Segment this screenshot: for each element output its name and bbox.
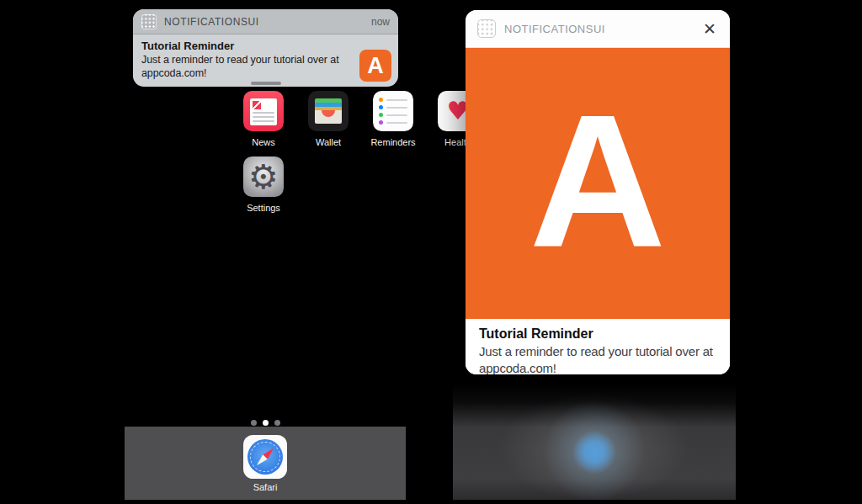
page-dot-0	[251, 420, 257, 426]
notification-title: Tutorial Reminder	[141, 40, 358, 52]
notification-message: Just a reminder to read your tutorial ov…	[141, 53, 358, 80]
compass-icon	[247, 439, 283, 475]
app-safari[interactable]: Safari	[238, 435, 292, 492]
expanded-notification-message: Just a reminder to read your tutorial ov…	[479, 343, 716, 374]
app-label-wallet: Wallet	[301, 137, 355, 147]
app-settings[interactable]: ⚙ Settings	[237, 157, 290, 213]
wallet-cards-shape	[315, 98, 342, 124]
banner-app-name: NOTIFICATIONSUI	[164, 16, 259, 28]
app-news[interactable]: News	[237, 91, 290, 147]
safari-app-icon	[243, 435, 287, 479]
dock: Safari	[125, 427, 406, 500]
app-label-reminders: Reminders	[366, 137, 420, 147]
blurred-dock-background	[453, 384, 736, 500]
gear-icon: ⚙	[248, 160, 279, 194]
news-logo-glyph	[253, 101, 261, 109]
settings-app-icon: ⚙	[243, 157, 284, 197]
reminders-app-icon	[373, 91, 413, 131]
expanded-card-footer: Tutorial Reminder Just a reminder to rea…	[466, 319, 730, 374]
notification-banner-header: NOTIFICATIONSUI now	[133, 9, 398, 34]
expanded-card-header: NOTIFICATIONSUI ✕	[466, 10, 730, 48]
app-reminders[interactable]: Reminders	[366, 91, 420, 147]
page-dots[interactable]	[125, 420, 406, 426]
wallet-app-icon	[308, 91, 349, 131]
appcoda-hero-image: A	[466, 48, 730, 319]
drag-handle[interactable]	[251, 82, 281, 85]
notificationsui-app-icon	[141, 14, 157, 29]
screenshot-canvas: NOTIFICATIONSUI now Tutorial Reminder Ju…	[0, 0, 862, 504]
notification-banner-body: Tutorial Reminder Just a reminder to rea…	[133, 34, 398, 86]
appcoda-letter: A	[367, 55, 384, 77]
page-dot-2	[274, 420, 280, 426]
close-button[interactable]: ✕	[701, 19, 718, 39]
app-label-safari: Safari	[238, 482, 292, 492]
app-wallet[interactable]: Wallet	[301, 91, 355, 147]
app-label-news: News	[237, 137, 290, 147]
page-dot-1	[263, 420, 269, 426]
home-screen-panel: NOTIFICATIONSUI now Tutorial Reminder Ju…	[125, 0, 406, 500]
notificationsui-app-icon	[477, 19, 496, 38]
app-label-settings: Settings	[237, 203, 290, 213]
expanded-app-name: NOTIFICATIONSUI	[504, 23, 605, 35]
news-app-icon	[243, 91, 284, 131]
appcoda-logo-thumbnail: A	[359, 50, 391, 82]
banner-timestamp: now	[371, 16, 390, 28]
appcoda-letter: A	[529, 87, 667, 276]
expanded-notification-title: Tutorial Reminder	[479, 326, 716, 342]
expanded-notification-card[interactable]: NOTIFICATIONSUI ✕ A Tutorial Reminder Ju…	[466, 10, 730, 374]
newspaper-shape	[250, 98, 277, 125]
notification-banner[interactable]: NOTIFICATIONSUI now Tutorial Reminder Ju…	[133, 9, 398, 87]
